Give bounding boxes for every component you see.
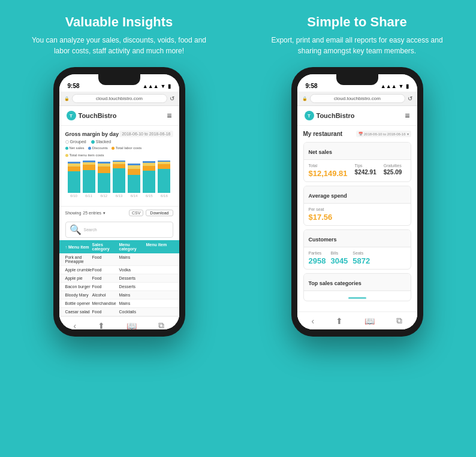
right-status-icons: ▲▲▲ ▼ ▮	[381, 83, 409, 89]
search-icon: 🔍	[70, 224, 82, 235]
right-content-area: My restaurant 📅 2018-06-10 to 2018-06-16…	[297, 126, 417, 311]
th-menu-item2[interactable]: Menu item	[146, 243, 173, 251]
tips-label: Tips	[355, 164, 376, 168]
td-6-1: Bottle opener	[65, 301, 92, 305]
table-row: Apple pie Food Desserts	[59, 274, 179, 283]
chart-section: Gross margin by day 2018-06-10 to 2018-0…	[59, 126, 179, 206]
legend-dot-menu	[65, 154, 68, 157]
tips-value: $242.91	[355, 169, 376, 175]
seg-orange-5	[128, 169, 140, 175]
table-actions: CSV Download	[129, 210, 173, 216]
chart-label-5: 6/14	[128, 194, 140, 198]
reload-icon[interactable]: ↺	[170, 95, 174, 102]
right-browser-bar: 🔒 cloud.touchbistro.com ↺	[297, 92, 417, 106]
net-sales-row: Total $12,149.81 Tips $242.91 Gratuities…	[309, 164, 406, 178]
th-menu-cat[interactable]: Menu category	[119, 243, 146, 251]
avg-spend-body: Per seat $17.56	[304, 204, 411, 225]
right-book-icon[interactable]: 📖	[364, 316, 375, 326]
search-bar[interactable]: 🔍 Search	[65, 222, 173, 238]
seats-value: 5872	[353, 256, 370, 265]
seg-teal-2	[83, 170, 95, 193]
toggle-stacked-dot	[91, 140, 95, 144]
right-bottom-nav: ‹ ⬆ 📖 ⧉	[297, 311, 417, 329]
customers-body: Parties 2958 Bills 3045 Seats 5872	[304, 247, 411, 269]
right-browser-url[interactable]: cloud.touchbistro.com	[310, 94, 405, 103]
right-app-logo: T TouchBistro	[305, 111, 355, 120]
right-back-icon[interactable]: ‹	[312, 316, 315, 326]
per-seat-value: $17.56	[309, 213, 406, 222]
right-panel-subtitle: Export, print and email all reports for …	[264, 35, 450, 56]
bills-label: Bills	[330, 251, 348, 255]
table-row: Bottle opener Merchandise Mains	[59, 299, 179, 308]
bottom-nav: ‹ ⬆ 📖 ⧉	[59, 316, 179, 329]
th-sales-cat[interactable]: Sales category	[92, 243, 119, 251]
customers-title: Customers	[309, 237, 337, 243]
right-app-content: My restaurant 📅 2018-06-10 to 2018-06-16…	[297, 126, 417, 329]
seg-teal-4	[113, 168, 125, 193]
right-panel-title: Simple to Share	[307, 14, 406, 30]
right-phone: 9:58 ▲▲▲ ▼ ▮ 🔒 cloud.touchbistro.com ↺ T…	[291, 67, 423, 337]
legend-dot-net-sales	[65, 147, 68, 150]
chart-date: 2018-06-10 to 2018-06-16	[119, 131, 173, 137]
legend-labor-costs: Total labor costs	[112, 146, 141, 150]
back-icon[interactable]: ‹	[74, 321, 77, 330]
right-logo-icon: T	[305, 111, 314, 120]
phone-notch-right	[336, 74, 378, 85]
browser-url[interactable]: cloud.touchbistro.com	[72, 94, 167, 103]
chart-label-1: 6/10	[68, 194, 80, 198]
chart-labels: 6/10 6/11 6/12 6/13 6/14 6/15 6/16	[65, 194, 173, 198]
td-2-1: Apple crumble	[65, 268, 92, 272]
td-6-3: Mains	[119, 301, 146, 305]
customers-section: Customers Parties 2958 Bills 3045	[303, 229, 411, 270]
right-wifi-icon: ▼	[399, 83, 404, 89]
bar-6	[143, 160, 155, 193]
net-sales-section: Net sales Total $12,149.81 Tips $242	[303, 142, 411, 182]
right-reload-icon[interactable]: ↺	[408, 95, 412, 102]
seats-col: Seats 5872	[353, 251, 370, 265]
td-3-3: Desserts	[119, 276, 146, 280]
showing-select[interactable]: Showing 25 entries ▾	[65, 211, 106, 216]
legend-menu-costs: Total menu item costs	[65, 153, 104, 157]
logo-icon: T	[67, 111, 76, 120]
toggle-grouped-dot	[65, 140, 69, 144]
status-icons: ▲▲▲ ▼ ▮	[143, 83, 171, 89]
seg-orange-3	[98, 167, 110, 173]
table-row: Bloody Mary Alcohol Mains	[59, 291, 179, 299]
table-row: Pork and Pineapple Food Mains	[59, 253, 179, 266]
showing-entries: 25 entries	[83, 211, 101, 215]
right-copy-icon[interactable]: ⧉	[396, 316, 402, 326]
toggle-grouped[interactable]: Grouped	[65, 140, 86, 144]
toggle-stacked-label: Stacked	[96, 140, 111, 144]
left-panel-title: Valuable Insights	[65, 14, 173, 30]
td-3-4	[146, 276, 173, 280]
td-5-1: Bloody Mary	[65, 293, 92, 297]
book-icon[interactable]: 📖	[126, 321, 137, 330]
restaurant-row: My restaurant 📅 2018-06-10 to 2018-06-16…	[303, 131, 411, 137]
chart-label-7: 6/16	[158, 194, 170, 198]
wifi-icon: ▼	[161, 83, 166, 89]
copy-icon[interactable]: ⧉	[158, 320, 164, 329]
logo-text: TouchBistro	[79, 112, 117, 119]
chart-title: Gross margin by day	[65, 131, 119, 137]
th-menu-item[interactable]: ↑ Menu item	[65, 243, 92, 251]
bar-3	[98, 160, 110, 193]
seg-teal-5	[128, 175, 140, 193]
csv-button[interactable]: CSV	[129, 210, 143, 216]
bar-2	[83, 160, 95, 193]
chart-title-row: Gross margin by day 2018-06-10 to 2018-0…	[65, 131, 173, 137]
download-button[interactable]: Download	[146, 210, 173, 216]
bar-1	[68, 160, 80, 193]
menu-icon[interactable]: ≡	[167, 111, 171, 120]
net-sales-title: Net sales	[309, 149, 333, 155]
share-icon[interactable]: ⬆	[98, 321, 105, 330]
per-seat-col: Per seat $17.56	[309, 207, 406, 222]
bar-stack-1	[68, 160, 80, 193]
right-menu-icon[interactable]: ≡	[405, 111, 409, 120]
table-row: Caesar salad Food Cocktails	[59, 308, 179, 316]
right-phone-screen: 9:58 ▲▲▲ ▼ ▮ 🔒 cloud.touchbistro.com ↺ T…	[297, 74, 417, 329]
data-table: ↑ Menu item Sales category Menu category…	[59, 240, 179, 316]
td-1-2: Food	[92, 255, 119, 264]
calendar-icon: 📅	[358, 132, 363, 136]
toggle-stacked[interactable]: Stacked	[91, 140, 111, 144]
right-share-icon[interactable]: ⬆	[336, 316, 343, 326]
